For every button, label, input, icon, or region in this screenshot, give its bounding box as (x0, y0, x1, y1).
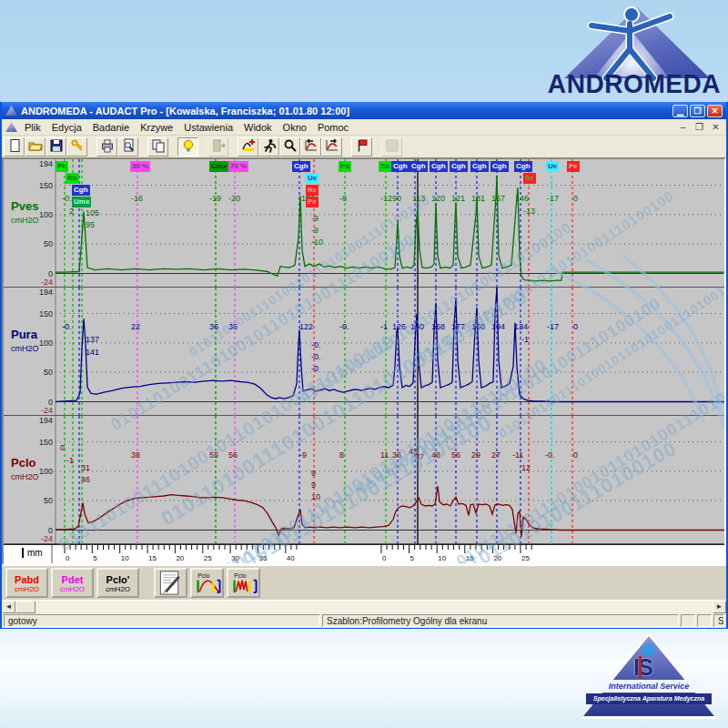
close-button[interactable]: ✕ (707, 105, 723, 117)
app-window: ANDROMEDA - AUDACT Pro - [Kowalska, Fran… (0, 102, 728, 629)
svg-text:20: 20 (176, 554, 184, 562)
menu-item-okno[interactable]: Okno (278, 121, 312, 134)
svg-text:Pclo: Pclo (234, 572, 246, 579)
svg-text:-9: -9 (311, 214, 318, 223)
event-marker-cgh[interactable]: Cgh (391, 161, 410, 172)
menu-item-pomoc[interactable]: Pomoc (312, 121, 354, 134)
event-marker-pb[interactable]: Pb (339, 161, 351, 172)
copy-button[interactable] (147, 137, 168, 157)
event-marker-cgh[interactable]: Cgh (450, 161, 468, 172)
event-marker-70[interactable]: 70 % (228, 161, 248, 172)
channel-button-pabd[interactable]: PabdcmH2O (5, 568, 48, 598)
event-marker-sb[interactable]: Sb (379, 161, 391, 172)
event-marker-30[interactable]: 30 % (130, 161, 150, 172)
save-floppy-button[interactable] (46, 137, 66, 157)
event-marker-pb[interactable]: Pb (56, 161, 68, 172)
scroll-thumb[interactable] (15, 601, 35, 613)
menu-item-edycja[interactable]: Edycja (46, 121, 87, 134)
scroll-left-arrow[interactable]: ◄ (2, 601, 15, 613)
event-marker-ue[interactable]: Ue (546, 161, 559, 172)
channel-button-pdet[interactable]: PdetcmH2O (51, 568, 94, 598)
runner-button[interactable] (258, 137, 279, 157)
curve-next-button[interactable] (321, 137, 342, 157)
open-folder-button[interactable] (25, 137, 46, 157)
svg-text:100: 100 (39, 210, 53, 219)
event-marker-cgh[interactable]: Cgh (490, 161, 509, 172)
event-marker-ue[interactable]: Ue (306, 173, 318, 184)
event-marker-pe[interactable]: Pe (567, 161, 580, 172)
pclo-curve-icon: Pclo (193, 585, 222, 599)
new-document-button[interactable] (4, 137, 25, 157)
mdi-close-button[interactable]: ✕ (709, 122, 723, 132)
curve-prev-button[interactable] (300, 137, 321, 157)
curve-overlay-button[interactable] (238, 137, 258, 157)
lamp-icon (181, 138, 196, 156)
svg-text:150: 150 (39, 181, 53, 190)
svg-text:-10: -10 (311, 238, 323, 247)
chart-pclo: 194150100500-24PclocmH2O0-13146385556-99… (4, 416, 726, 544)
svg-text:-11: -11 (512, 450, 523, 460)
menu-item-widok[interactable]: Widok (238, 121, 278, 134)
svg-text:37: 37 (415, 452, 424, 461)
flag-button[interactable] (351, 137, 372, 157)
minimize-button[interactable]: ▁ (672, 105, 688, 117)
svg-text:55: 55 (209, 450, 218, 460)
status-ready: gotowy (4, 614, 320, 627)
scroll-right-arrow[interactable]: ► (713, 601, 726, 613)
svg-text:-9: -9 (299, 450, 307, 460)
svg-text:131: 131 (471, 194, 485, 203)
event-marker-cgh[interactable]: Cgh (72, 185, 90, 196)
restore-button[interactable]: ❐ (690, 105, 705, 117)
lamp-button[interactable] (177, 137, 198, 157)
horizontal-scrollbar[interactable]: ◄ ► (2, 600, 726, 613)
pclo-wave-button[interactable]: Pclo (227, 568, 260, 598)
titlebar[interactable]: ANDROMEDA - AUDACT Pro - [Kowalska, Fran… (2, 102, 726, 119)
event-marker-cgh[interactable]: Cgh (292, 161, 310, 172)
event-marker-se[interactable]: Se (523, 173, 536, 184)
svg-text:11: 11 (380, 450, 389, 460)
svg-text:-0.: -0. (62, 194, 72, 203)
brand-name: ANDROMEDA (544, 68, 724, 100)
report-sheet-button[interactable] (154, 568, 187, 598)
pclo-curve-button[interactable]: Pclo (190, 568, 224, 598)
event-marker-pe[interactable]: Pe (306, 197, 318, 207)
svg-text:Pves: Pves (11, 199, 38, 213)
event-marker-rb[interactable]: Rb (66, 173, 79, 184)
svg-text:0: 0 (66, 554, 70, 562)
key-icon (70, 138, 85, 156)
channel-button-bar: PabdcmH2OPdetcmH2OPclo'cmH2OPcloPclo (2, 565, 726, 600)
svg-text:5: 5 (410, 554, 415, 562)
event-marker-cgh[interactable]: Cgh (470, 161, 489, 172)
event-marker-cmx[interactable]: Cmx (209, 161, 228, 172)
channel-button-pclo[interactable]: Pclo'cmH2O (96, 568, 139, 598)
event-marker-cgh[interactable]: Cgh (410, 161, 428, 172)
menu-item-plik[interactable]: Plik (19, 121, 46, 134)
mdi-restore-button[interactable]: ❐ (693, 122, 706, 132)
magnifier-button[interactable] (279, 137, 300, 157)
print-preview-button[interactable] (117, 137, 138, 157)
svg-text:cmH2O: cmH2O (11, 472, 39, 481)
mdi-minimize-button[interactable]: – (676, 122, 690, 132)
event-marker-cgh[interactable]: Cgh (514, 161, 532, 172)
event-marker-re[interactable]: Re (306, 185, 318, 196)
aesculap-staff-icon (639, 656, 642, 678)
event-marker-cgh[interactable]: Cgh (430, 161, 448, 172)
menu-item-badanie[interactable]: Badanie (87, 121, 135, 134)
exit-door-button[interactable] (207, 137, 228, 157)
svg-text:-13: -13 (523, 207, 535, 216)
key-button[interactable] (66, 137, 87, 157)
event-marker-umx[interactable]: Umx (72, 197, 91, 207)
svg-text:30: 30 (231, 554, 239, 562)
menu-item-krzywe[interactable]: Krzywe (135, 121, 178, 134)
menu-item-ustawienia[interactable]: Ustawienia (178, 121, 238, 134)
svg-text:cmH2O: cmH2O (11, 344, 39, 353)
printer-button[interactable] (96, 137, 117, 157)
svg-text:141: 141 (86, 348, 99, 357)
svg-text:-19: -19 (209, 194, 221, 203)
svg-text:-24: -24 (41, 278, 53, 287)
svg-text:Pura: Pura (11, 328, 38, 341)
svg-text:0: 0 (573, 194, 578, 203)
app-icon (5, 106, 17, 116)
pattern-button[interactable] (381, 137, 402, 157)
svg-text:Pclo: Pclo (11, 456, 36, 470)
